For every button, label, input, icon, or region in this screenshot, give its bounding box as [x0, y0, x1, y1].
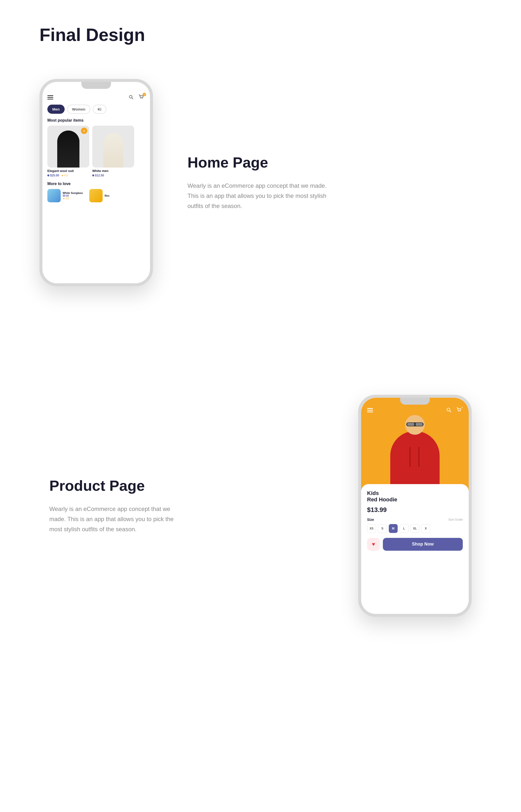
love-price-1: $9.00 — [63, 195, 87, 197]
product-hero-image — [388, 415, 442, 492]
product-section-description: Wearly is an eCommerce app concept that … — [49, 504, 187, 534]
product-phone-mockup: 3 — [358, 395, 472, 617]
love-info-2: Rec — [105, 194, 129, 197]
product-img-1: ♥ — [47, 126, 89, 167]
tab-kids[interactable]: Ki — [93, 105, 106, 114]
product-section-title: Product Page — [49, 477, 187, 494]
love-info-1: White Sunglass $9.00 ★ 4.5 — [63, 191, 87, 200]
popular-section-label: Most popular items — [47, 118, 145, 122]
product-phone-notch — [400, 398, 430, 405]
product-grid: ♥ Elegant wool suit $25.00 ★ 4.5 — [47, 126, 145, 177]
product-card-1[interactable]: ♥ Elegant wool suit $25.00 ★ 4.5 — [47, 126, 89, 177]
rating-1: ★ 4.5 — [61, 174, 68, 177]
page-title: Final Design — [40, 25, 145, 45]
love-card-1[interactable]: White Sunglass $9.00 ★ 4.5 — [47, 189, 87, 202]
more-love-label: More to love — [47, 182, 145, 186]
shop-now-button[interactable]: Shop Now — [383, 538, 463, 551]
product-phone-screen: 3 — [361, 398, 469, 614]
cart-badge: 2 — [142, 93, 146, 96]
size-m[interactable]: M — [389, 524, 398, 533]
love-card-2[interactable]: Rec — [89, 189, 129, 202]
love-rating-1: ★ 4.5 — [63, 197, 87, 200]
price-2: $12.50 — [92, 174, 104, 177]
product-img-2 — [92, 126, 134, 167]
product-cart-badge: 3 — [460, 406, 464, 409]
size-x[interactable]: X — [421, 524, 430, 533]
size-l[interactable]: L — [400, 524, 409, 533]
product-description: Product Page Wearly is an eCommerce app … — [49, 477, 187, 534]
size-guide: Size Guide — [448, 518, 463, 521]
svg-point-2 — [141, 98, 141, 99]
home-section-title: Home Page — [187, 154, 336, 171]
home-section-description: Wearly is an eCommerce app concept that … — [187, 181, 336, 211]
product-hero-header: 3 — [361, 407, 469, 413]
love-img-1 — [47, 189, 61, 202]
love-img-2 — [89, 189, 103, 202]
size-xs[interactable]: XS — [367, 524, 376, 533]
product-search-icon[interactable] — [446, 407, 452, 413]
svg-point-6 — [458, 411, 459, 412]
product-name-1: Elegant wool suit — [47, 169, 89, 173]
home-description: Home Page Wearly is an eCommerce app con… — [187, 154, 336, 211]
svg-point-7 — [460, 411, 460, 412]
svg-line-1 — [132, 98, 133, 99]
product-detail-area: Kids Red Hoodie $13.99 Size Size Guide X… — [361, 484, 469, 614]
search-icon[interactable] — [128, 94, 135, 101]
tab-women[interactable]: Women — [67, 105, 90, 114]
svg-point-3 — [142, 98, 143, 99]
product-header-icons: 3 — [446, 407, 463, 413]
product-card-2[interactable]: White men $12.50 — [92, 126, 134, 177]
home-phone-screen: 2 Men Women Ki Most popular items ♥ — [42, 82, 150, 283]
love-name-1: White Sunglass — [63, 191, 87, 195]
product-name-2: White men — [92, 169, 134, 173]
phone-notch — [82, 82, 111, 89]
section-home: 2 Men Women Ki Most popular items ♥ — [0, 79, 521, 286]
home-phone-mockup: 2 Men Women Ki Most popular items ♥ — [40, 79, 153, 286]
more-love-list: White Sunglass $9.00 ★ 4.5 Rec — [47, 189, 145, 202]
header-icons: 2 — [128, 94, 145, 101]
tab-men[interactable]: Men — [47, 105, 65, 114]
hamburger-white-icon[interactable] — [367, 408, 373, 412]
size-section: Size Size Guide — [367, 518, 463, 522]
cart-icon[interactable]: 2 — [138, 94, 145, 101]
product-cart-icon[interactable]: 3 — [456, 407, 463, 413]
product-hero: 3 — [361, 398, 469, 492]
product-meta-2: $12.50 — [92, 174, 134, 177]
svg-point-4 — [447, 408, 450, 411]
size-xl[interactable]: XL — [410, 524, 420, 533]
category-tabs: Men Women Ki — [47, 105, 145, 114]
product-actions: ♥ Shop Now — [367, 538, 463, 551]
size-s[interactable]: S — [378, 524, 387, 533]
favorite-button[interactable]: ♥ — [367, 538, 380, 551]
section-product: Product Page Wearly is an eCommerce app … — [0, 395, 521, 617]
product-detail-name: Kids Red Hoodie — [367, 490, 463, 503]
love-name-2: Rec — [105, 194, 129, 197]
size-options: XS S M L XL X — [367, 524, 463, 533]
product-detail-price: $13.99 — [367, 506, 463, 514]
hamburger-icon[interactable] — [47, 95, 53, 99]
phone-header: 2 — [47, 92, 145, 105]
product-meta-1: $25.00 ★ 4.5 — [47, 174, 89, 177]
favorite-btn-1[interactable]: ♥ — [81, 128, 87, 134]
svg-line-5 — [450, 411, 451, 412]
size-label: Size — [367, 518, 374, 522]
price-1: $25.00 — [47, 174, 59, 177]
